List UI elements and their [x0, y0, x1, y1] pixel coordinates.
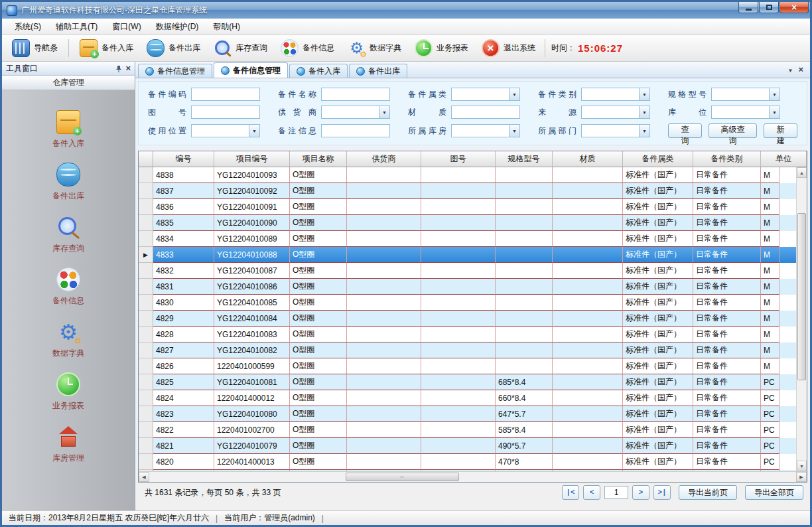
supplier-select[interactable] — [321, 106, 390, 119]
part-name-input[interactable] — [321, 88, 390, 101]
table-row[interactable]: 4834YG12204010089O型圈标准件（国产）日常备件M — [139, 231, 796, 247]
use-position-select[interactable] — [191, 124, 260, 137]
close-button[interactable] — [779, 2, 809, 13]
page-number-input[interactable] — [604, 486, 628, 499]
column-header-2[interactable]: 项目名称 — [290, 151, 347, 167]
menu-item-1[interactable]: 辅助工具(T) — [48, 19, 105, 35]
cell: 1220401400013 — [214, 454, 290, 470]
scroll-right-icon[interactable] — [796, 472, 807, 482]
stock-query-button[interactable]: 库存查询 — [208, 37, 273, 59]
part-code-input[interactable] — [191, 88, 260, 101]
first-page-button[interactable]: |< — [562, 485, 579, 500]
table-row[interactable]: 48201220401400013O型圈470*8标准件（国产）日常备件PC — [139, 454, 796, 470]
vertical-scrollbar[interactable] — [796, 167, 807, 471]
business-report-button[interactable]: 业务报表 — [409, 37, 474, 59]
column-header-1[interactable]: 项目编号 — [214, 151, 290, 167]
next-page-button[interactable]: > — [632, 485, 649, 500]
sidebar-item-parts-info[interactable]: 备件信息 — [2, 261, 135, 313]
column-header-8[interactable]: 备件类别 — [693, 151, 761, 167]
column-header-0[interactable]: 编号 — [153, 151, 214, 167]
cell — [347, 311, 421, 327]
export-current-page-button[interactable]: 导出当前页 — [679, 485, 737, 500]
table-row[interactable]: 4832YG12204010087O型圈标准件（国产）日常备件M — [139, 263, 796, 279]
table-row[interactable]: 4838YG12204010093O型圈标准件（国产）日常备件M — [139, 167, 796, 183]
parts-outbound-button[interactable]: 备件出库 — [141, 37, 206, 59]
vertical-scrollbar-thumb[interactable] — [797, 213, 806, 380]
menu-item-3[interactable]: 数据维护(D) — [149, 19, 206, 35]
dock-close-icon[interactable] — [125, 64, 131, 73]
horizontal-scrollbar[interactable] — [139, 471, 807, 482]
table-row[interactable]: 4837YG12204010092O型圈标准件（国产）日常备件M — [139, 183, 796, 199]
sidebar-item-warehouse-mgmt[interactable]: 库房管理 — [2, 418, 135, 471]
navigator-button[interactable]: 导航条 — [6, 37, 64, 59]
menu-item-0[interactable]: 系统(S) — [7, 19, 48, 35]
spec-model-select[interactable] — [711, 88, 780, 101]
scroll-down-icon[interactable] — [797, 461, 807, 471]
table-row[interactable]: 4828YG12204010083O型圈标准件（国产）日常备件M — [139, 327, 796, 342]
tab-list-dropdown-icon[interactable] — [787, 65, 793, 74]
parts-info-button[interactable]: 备件信息 — [275, 37, 340, 59]
cell: 标准件（国产） — [623, 358, 693, 374]
sidebar-item-data-dictionary[interactable]: 数据字典 — [2, 313, 135, 366]
source-select[interactable] — [581, 106, 650, 119]
query-button[interactable]: 查询 — [668, 123, 702, 138]
sidebar-item-parts-inbound[interactable]: 备件入库 — [2, 104, 135, 156]
part-type-select[interactable] — [581, 88, 650, 101]
pin-icon[interactable] — [115, 65, 122, 72]
remark-input[interactable] — [321, 124, 390, 137]
new-button[interactable]: 新建 — [764, 123, 797, 138]
sidebar-item-stock-query[interactable]: 库存查询 — [2, 208, 135, 261]
column-header-9[interactable]: 单位 — [761, 151, 807, 167]
table-row[interactable]: 48221220401002700O型圈585*8.4标准件（国产）日常备件PC — [139, 422, 796, 438]
last-page-button[interactable]: >| — [653, 485, 671, 500]
maximize-button[interactable] — [759, 2, 779, 13]
table-row[interactable]: 4835YG12204010090O型圈标准件（国产）日常备件M — [139, 215, 796, 231]
table-row[interactable]: 4830YG12204010085O型圈标准件（国产）日常备件M — [139, 295, 796, 311]
menu-item-4[interactable]: 帮助(H) — [206, 19, 247, 35]
table-row[interactable]: 4827YG12204010082O型圈标准件（国产）日常备件M — [139, 342, 796, 358]
table-row[interactable]: 4821YG12204010079O型圈490*5.7标准件（国产）日常备件PC — [139, 438, 796, 454]
data-dictionary-button[interactable]: 数据字典 — [342, 37, 407, 59]
horizontal-scrollbar-thumb[interactable] — [346, 473, 459, 481]
scroll-up-icon[interactable] — [797, 167, 807, 178]
parts-inbound-button[interactable]: 备件入库 — [74, 37, 139, 59]
tab-parts-outbound[interactable]: 备件出库 — [349, 64, 407, 78]
department-select[interactable] — [581, 124, 650, 137]
tab-parts-info-mgmt-1[interactable]: 备件信息管理 — [138, 64, 212, 78]
column-header-4[interactable]: 图号 — [421, 151, 496, 167]
cell: O型圈 — [290, 199, 347, 215]
column-header-3[interactable]: 供货商 — [347, 151, 421, 167]
material-input[interactable] — [451, 106, 520, 119]
tab-parts-info-mgmt-2[interactable]: 备件信息管理 — [214, 62, 288, 78]
tab-close-icon[interactable] — [798, 65, 803, 74]
menu-item-2[interactable]: 窗口(W) — [105, 19, 148, 35]
part-class-select[interactable] — [451, 88, 520, 101]
column-header-6[interactable]: 材质 — [553, 151, 623, 167]
table-row[interactable]: 4823YG12204010080O型圈647*5.7标准件（国产）日常备件PC — [139, 406, 796, 422]
table-row[interactable]: 4836YG12204010091O型圈标准件（国产）日常备件M — [139, 199, 796, 215]
row-indicator — [139, 327, 153, 342]
table-row[interactable]: 48261220401000599O型圈标准件（国产）日常备件M — [139, 358, 796, 374]
export-all-pages-button[interactable]: 导出全部页 — [745, 485, 803, 500]
minimize-button[interactable] — [738, 2, 758, 13]
column-header-5[interactable]: 规格型号 — [496, 151, 553, 167]
table-row[interactable]: 4829YG12204010084O型圈标准件（国产）日常备件M — [139, 311, 796, 327]
table-row[interactable]: 4833YG12204010088O型圈标准件（国产）日常备件M — [139, 247, 796, 263]
cell: 日常备件 — [693, 295, 761, 311]
tab-parts-inbound[interactable]: 备件入库 — [289, 64, 348, 78]
warehouse-group-header[interactable]: 仓库管理 — [2, 76, 135, 90]
table-row[interactable]: 48241220401400012O型圈660*8.4标准件（国产）日常备件PC — [139, 390, 796, 406]
scroll-left-icon[interactable] — [139, 472, 149, 482]
column-header-7[interactable]: 备件属类 — [623, 151, 693, 167]
drawing-no-input[interactable] — [191, 106, 260, 119]
sidebar-item-parts-outbound[interactable]: 备件出库 — [2, 156, 135, 208]
prev-page-button[interactable]: < — [583, 485, 600, 500]
location-select[interactable] — [711, 106, 780, 119]
warehouse-select[interactable] — [451, 124, 520, 137]
table-row[interactable]: 4825YG12204010081O型圈685*8.4标准件（国产）日常备件PC — [139, 374, 796, 390]
exit-system-button[interactable]: 退出系统 — [476, 37, 541, 59]
advanced-query-button[interactable]: 高级查询 — [709, 123, 758, 138]
sidebar-item-business-report[interactable]: 业务报表 — [2, 366, 135, 418]
table-row[interactable]: 4831YG12204010086O型圈标准件（国产）日常备件M — [139, 279, 796, 295]
cell — [553, 167, 623, 183]
